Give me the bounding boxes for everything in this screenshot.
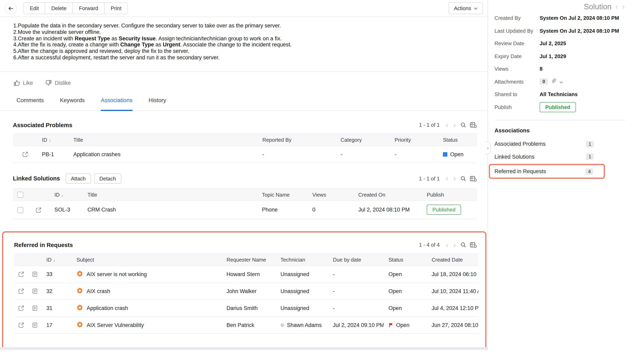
table-row[interactable]: PB-1 Application crashes - - - Open	[13, 146, 477, 163]
thumb-down-icon	[45, 80, 52, 86]
column-header-title[interactable]: Title	[68, 134, 258, 146]
toolbar: EditDeleteForwardPrint Actions	[0, 0, 488, 17]
column-header-requester-name[interactable]: Requester Name	[222, 254, 276, 266]
tab-comments[interactable]: Comments	[16, 97, 44, 111]
row-checkbox[interactable]	[17, 207, 23, 213]
detach-button[interactable]: Detach	[94, 173, 121, 184]
prev-record-icon[interactable]: ‹	[616, 3, 618, 11]
horizontal-scrollbar[interactable]	[0, 347, 488, 350]
pagination-next-icon[interactable]: ›	[452, 175, 456, 182]
column-header-id[interactable]: ID↓	[37, 134, 68, 146]
column-header-status[interactable]: Status	[384, 254, 427, 266]
request-document-icon[interactable]	[32, 305, 38, 311]
open-in-new-icon[interactable]	[18, 271, 24, 277]
print-button[interactable]: Print	[104, 3, 127, 14]
tab-keywords[interactable]: Keywords	[60, 97, 85, 111]
avatar	[280, 323, 284, 327]
sort-descending-icon: ↓	[49, 138, 51, 142]
cell-id: 17	[42, 317, 72, 334]
pagination-next-icon[interactable]: ›	[452, 241, 456, 249]
dislike-label: Dislike	[55, 80, 71, 86]
table-row[interactable]: SOL-3 CRM Crash Phone 0 Jul 2, 2024 08:1…	[13, 201, 477, 219]
column-header-technician[interactable]: Technician	[276, 254, 328, 266]
column-header-views[interactable]: Views	[308, 189, 354, 201]
column-header-category[interactable]: Category	[336, 134, 390, 146]
next-record-icon[interactable]: ›	[622, 3, 625, 11]
like-button[interactable]: Like	[13, 80, 33, 86]
column-header-empty	[13, 134, 37, 146]
attach-button[interactable]: Attach	[66, 173, 91, 184]
description-step: 2.Move the vulnerable server offline.	[13, 29, 477, 36]
column-settings-icon[interactable]	[470, 122, 477, 128]
cell-created-date: Jul 4, 2024 12:10 PM	[427, 300, 478, 317]
details-sidebar: Solution ‹ › Created BySystem On Jul 2, …	[488, 0, 644, 354]
referred-requests-table: ID↓SubjectRequester NameTechnicianDue by…	[14, 254, 478, 334]
sidebar-collapse-handle[interactable]: ›	[485, 142, 491, 154]
request-document-icon[interactable]	[32, 322, 38, 328]
chevron-down-icon[interactable]	[559, 79, 563, 85]
column-header-reported-by[interactable]: Reported By	[258, 134, 336, 146]
association-item-associated-problems[interactable]: Associated Problems 1	[494, 138, 594, 150]
request-document-icon[interactable]	[32, 271, 38, 277]
column-header-created-date[interactable]: Created Date	[427, 254, 478, 266]
pagination-prev-icon[interactable]: ‹	[445, 121, 449, 129]
delete-button[interactable]: Delete	[45, 3, 73, 14]
tab-associations[interactable]: Associations	[101, 97, 132, 111]
association-item-linked-solutions[interactable]: Linked Solutions 1	[494, 150, 594, 163]
column-header-topic-name[interactable]: Topic Name	[257, 189, 308, 201]
attachments-count: 0	[540, 79, 548, 85]
open-in-new-icon[interactable]	[18, 288, 24, 294]
cell-id: PB-1	[37, 146, 68, 163]
detail-label: Shared to	[494, 91, 540, 97]
column-header-subject[interactable]: Subject	[72, 254, 222, 266]
column-header-priority[interactable]: Priority	[390, 134, 438, 146]
table-row[interactable]: 32 AIX crash John Walker Unassigned - Op…	[14, 283, 478, 300]
detail-row-review-date: Review DateJul 2, 2025	[494, 37, 644, 50]
cell-id: 33	[42, 266, 72, 283]
column-settings-icon[interactable]	[470, 242, 477, 248]
detail-row-publish: Publish Published	[494, 101, 644, 113]
dislike-button[interactable]: Dislike	[45, 80, 71, 86]
request-document-icon[interactable]	[32, 288, 38, 294]
forward-button[interactable]: Forward	[73, 3, 104, 14]
detail-value: Jul 1, 2029	[540, 53, 566, 59]
open-in-new-icon[interactable]	[18, 322, 24, 328]
open-in-new-icon[interactable]	[22, 151, 28, 158]
app-window: EditDeleteForwardPrint Actions 1.Populat…	[0, 0, 644, 354]
associations-title: Associations	[494, 127, 644, 134]
column-header-status[interactable]: Status	[438, 134, 477, 146]
search-icon[interactable]	[460, 175, 466, 182]
open-in-new-icon[interactable]	[36, 207, 42, 213]
pagination-label: 1 - 4 of 4	[419, 242, 440, 248]
table-row[interactable]: 17 AIX Server Vulnerability Ben Patrick …	[14, 317, 478, 334]
edit-button[interactable]: Edit	[24, 3, 45, 14]
column-header-id[interactable]: ID↓	[50, 189, 82, 201]
tab-history[interactable]: History	[149, 97, 166, 111]
pagination-prev-icon[interactable]: ‹	[445, 175, 449, 182]
open-in-new-icon[interactable]	[18, 305, 24, 311]
pagination-label: 1 - 1 of 1	[419, 175, 440, 182]
pagination-prev-icon[interactable]: ‹	[445, 241, 449, 249]
column-header-due-by-date[interactable]: Due by date	[328, 254, 384, 266]
association-label: Referred in Requests	[494, 168, 546, 174]
table-row[interactable]: 33 AIX server is not working Howard Ster…	[14, 266, 478, 283]
tab-bar: CommentsKeywordsAssociationsHistory	[0, 97, 488, 111]
cell-due-by-date: -	[328, 300, 384, 317]
column-settings-icon[interactable]	[470, 175, 477, 182]
cell-subject: AIX crash	[72, 283, 222, 300]
search-icon[interactable]	[460, 122, 466, 128]
pagination-next-icon[interactable]: ›	[452, 121, 456, 129]
column-header-publish[interactable]: Publish	[422, 189, 477, 201]
paperclip-icon[interactable]	[551, 78, 556, 85]
column-header-created-on[interactable]: Created On	[354, 189, 422, 201]
actions-button[interactable]: Actions	[449, 3, 483, 14]
cell-id: 32	[42, 283, 72, 300]
column-header-title[interactable]: Title	[82, 189, 257, 201]
table-row[interactable]: 31 Application crash Darius Smith Unassi…	[14, 300, 478, 317]
search-icon[interactable]	[460, 242, 466, 248]
column-header-id[interactable]: ID↓	[42, 254, 72, 266]
select-all-checkbox[interactable]	[17, 192, 23, 198]
association-item-referred-in-requests[interactable]: Referred in Requests 4	[489, 164, 605, 179]
back-button[interactable]	[5, 2, 17, 14]
associated-problems-table: ID↓TitleReported ByCategoryPriorityStatu…	[13, 134, 477, 163]
